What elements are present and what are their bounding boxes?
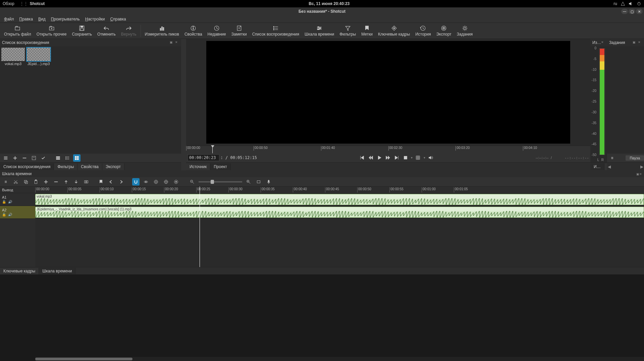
network-icon[interactable]	[621, 1, 625, 6]
playlist-update-button[interactable]	[30, 154, 38, 162]
export-button[interactable]: Экспорт	[434, 24, 454, 37]
timecode-input[interactable]	[187, 154, 219, 161]
playlist-tab[interactable]: Фильтры	[54, 163, 77, 170]
playlist-item[interactable]: vokal.mp3	[1, 48, 25, 66]
redo-button[interactable]: Вернуть	[118, 24, 139, 37]
timeline-playhead[interactable]	[200, 187, 200, 267]
timeline-ripple-button[interactable]	[152, 178, 160, 186]
timeline-ripple-markers-button[interactable]	[172, 178, 180, 186]
zoom-fit-button[interactable]	[402, 154, 409, 161]
timeline-scrub-button[interactable]	[142, 178, 150, 186]
timeline-remove-button[interactable]	[52, 178, 60, 186]
history-button[interactable]: История	[413, 24, 434, 37]
timeline-ripple-all-button[interactable]	[162, 178, 170, 186]
recent-button[interactable]: Недавние	[205, 24, 229, 37]
timeline-button[interactable]: Шкала времени	[302, 24, 337, 37]
timeline-scrollbar[interactable]	[35, 357, 644, 361]
jobs-button[interactable]: Задания	[454, 24, 475, 37]
panel-close-icon[interactable]: ✕	[175, 41, 179, 45]
timeline-lift-button[interactable]	[62, 178, 70, 186]
menu-Настройки[interactable]: Настройки	[83, 16, 108, 22]
keyframes-button[interactable]: Ключевые кадры	[375, 24, 413, 37]
timeline-next-marker-button[interactable]	[117, 178, 125, 186]
playlist-menu-button[interactable]	[2, 154, 9, 162]
lock-icon[interactable]: 🔓	[2, 200, 6, 204]
window-close-button[interactable]: ✕	[636, 9, 643, 14]
menu-Вид[interactable]: Вид	[36, 16, 48, 22]
overview-button[interactable]: Обзор	[3, 1, 14, 6]
save-button[interactable]: Сохранить	[69, 24, 95, 37]
peak-tab[interactable]: И…	[590, 163, 604, 170]
timeline-overwrite-button[interactable]	[72, 178, 80, 186]
filters-button[interactable]: Фильтры	[337, 24, 359, 37]
timeline-record-button[interactable]	[265, 178, 272, 186]
track-row[interactable]: JEpidemiya_-_Vsadnik_iz_lda_(musmore.com…	[35, 206, 644, 219]
skip-previous-button[interactable]	[358, 154, 366, 161]
volume-button[interactable]	[427, 154, 434, 161]
playlist-view-details-button[interactable]	[54, 154, 62, 162]
playlist-add-button[interactable]	[11, 154, 19, 162]
timeline-ruler[interactable]: 00:00:0000:00:0500:00:1000:00:1500:00:20…	[35, 187, 644, 193]
timeline-clip[interactable]: vokal.mp3	[35, 194, 644, 205]
timeline-marker-button[interactable]	[97, 178, 105, 186]
keyboard-layout-indicator[interactable]: ru	[613, 1, 617, 6]
open-other-button[interactable]: Открыть прочее	[34, 24, 69, 37]
panel-float-icon[interactable]: ▣	[636, 172, 639, 176]
undo-button[interactable]: Отменить	[95, 24, 118, 37]
menu-Файл[interactable]: Файл	[1, 16, 17, 22]
timeline-paste-button[interactable]	[32, 178, 40, 186]
playlist-tab[interactable]: Список воспроизведения	[0, 163, 54, 170]
timeline-split-button[interactable]	[83, 178, 90, 186]
power-icon[interactable]	[637, 1, 641, 6]
menu-Правка[interactable]: Правка	[17, 16, 36, 22]
timeline-prev-marker-button[interactable]	[107, 178, 115, 186]
tracks-area[interactable]: 00:00:0000:00:0500:00:1000:00:1500:00:20…	[35, 187, 644, 267]
timeline-zoom-in-button[interactable]	[245, 178, 252, 186]
playlist-remove-button[interactable]	[21, 154, 28, 162]
panel-float-icon[interactable]: ▣	[170, 41, 174, 45]
tasks-menu-button[interactable]: ≡	[608, 154, 616, 162]
open-file-button[interactable]: Открыть файл	[1, 24, 34, 37]
track-header[interactable]: A2🔓🔊	[0, 206, 35, 219]
preview-tab[interactable]: Проект	[210, 163, 231, 170]
window-minimize-button[interactable]: —	[621, 9, 628, 14]
window-maximize-button[interactable]: ▢	[629, 9, 635, 14]
playlist-check-button[interactable]	[40, 154, 47, 162]
mute-icon[interactable]: 🔊	[8, 213, 12, 216]
zoom-fit-dropdown-icon[interactable]: ▼	[411, 156, 413, 159]
video-preview-area[interactable]	[186, 39, 590, 146]
window-title-bar[interactable]: Без названия* - Shotcut — ▢ ✕	[0, 7, 644, 15]
timeline-clip[interactable]: JEpidemiya_-_Vsadnik_iz_lda_(musmore.com…	[35, 207, 644, 218]
grid-button[interactable]	[414, 154, 422, 161]
markers-button[interactable]: Метки	[359, 24, 375, 37]
panel-close-icon[interactable]: ✕	[639, 172, 642, 176]
preview-time-ruler[interactable]: 00:00:0000:00:5000:01:4000:02:3000:03:20…	[186, 146, 590, 153]
timeline-tab[interactable]: Шкала времени	[39, 268, 75, 274]
playlist-items-area[interactable]: vokal.mp3JEpid…).mp3	[0, 46, 181, 154]
panel-close-icon[interactable]: ✕	[638, 41, 642, 45]
peak-meter-button[interactable]: Измеритель пиков	[142, 24, 182, 37]
timeline-cut-button[interactable]	[12, 178, 19, 186]
menu-Справка[interactable]: Справка	[108, 16, 129, 22]
mute-icon[interactable]: 🔊	[8, 200, 12, 204]
output-track-header[interactable]: Вывод	[0, 187, 35, 193]
playlist-view-list-button[interactable]	[64, 154, 71, 162]
timeline-menu-button[interactable]: ≡	[2, 178, 9, 186]
playlist-tab[interactable]: Свойства	[77, 163, 102, 170]
notes-button[interactable]: Заметки	[229, 24, 250, 37]
timeline-zoom-slider[interactable]	[199, 181, 242, 183]
pause-button[interactable]: Пауза	[626, 155, 644, 161]
playlist-tab[interactable]: Экспорт	[102, 163, 124, 170]
lock-icon[interactable]: 🔓	[2, 213, 6, 216]
timeline-append-button[interactable]	[42, 178, 50, 186]
menu-Проигрыватель[interactable]: Проигрыватель	[48, 16, 83, 22]
properties-button[interactable]: Свойства	[182, 24, 205, 37]
volume-icon[interactable]	[629, 1, 633, 6]
play-button[interactable]	[376, 154, 383, 161]
active-app-indicator[interactable]: ⋮⋮ Shotcut	[20, 1, 45, 6]
preview-playhead[interactable]	[212, 146, 213, 153]
playlist-view-icons-button[interactable]	[73, 154, 80, 162]
track-row[interactable]: vokal.mp3	[35, 193, 644, 206]
tasks-tab-prev-icon[interactable]: ◀	[608, 164, 611, 169]
timeline-snap-button[interactable]	[132, 178, 140, 186]
